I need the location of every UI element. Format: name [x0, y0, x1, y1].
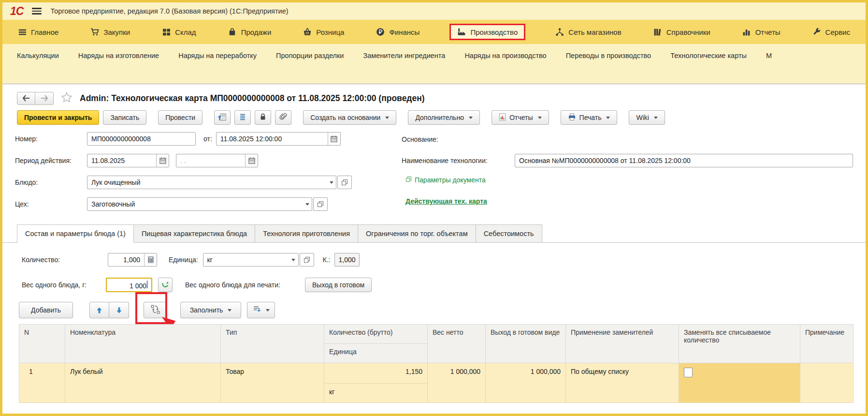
menu-item-label: Производство — [470, 28, 518, 36]
chevron-down-icon[interactable] — [325, 176, 336, 189]
create-on-basis-button[interactable]: Создать на основании — [303, 110, 396, 125]
menu-item-reports[interactable]: Отчеты — [740, 24, 782, 40]
submenu-item-tech-cards[interactable]: Технологические карты — [670, 52, 747, 59]
column-header-unit[interactable]: Единица — [324, 344, 428, 363]
post-and-close-button[interactable]: Провести и закрыть — [17, 110, 99, 125]
print-button[interactable]: Печать — [561, 110, 618, 125]
menu-item-references[interactable]: Справочники — [651, 24, 712, 40]
back-button[interactable] — [17, 92, 35, 105]
menu-item-main[interactable]: Главное — [16, 24, 60, 40]
chevron-down-icon[interactable] — [301, 198, 312, 210]
column-header-n[interactable]: N — [19, 325, 65, 363]
recalculate-button[interactable] — [158, 278, 173, 292]
cell-replace-all[interactable] — [679, 363, 800, 403]
submenu-item-production-orders[interactable]: Наряды на производство — [464, 52, 546, 59]
move-down-button[interactable] — [109, 302, 129, 318]
register-records-button[interactable] — [234, 110, 251, 125]
tab-cost-price[interactable]: Себестоимость — [476, 224, 542, 243]
cell-note[interactable] — [800, 363, 854, 403]
attachments-button[interactable] — [275, 110, 291, 125]
write-button[interactable]: Записать — [103, 110, 146, 125]
dish-weight-value: 1 000 — [107, 281, 151, 290]
date-field[interactable]: 11.08.2025 12:00:00 — [216, 132, 341, 146]
tab-cooking-technology[interactable]: Технология приготовления — [255, 224, 358, 243]
period-label: Период действия: — [15, 157, 87, 164]
cell-nomenclature[interactable]: Лук белый — [65, 363, 221, 403]
techname-field[interactable]: Основная №МП0000000000008 от 11.08.2025 … — [515, 154, 853, 167]
shop-combo[interactable]: Заготовочный — [87, 197, 312, 211]
move-up-button[interactable] — [89, 302, 109, 318]
fill-button[interactable]: Заполнить — [180, 302, 241, 318]
reports-button[interactable]: Отчеты — [492, 110, 549, 125]
lock-button[interactable] — [255, 110, 271, 125]
chevron-down-icon[interactable] — [288, 253, 298, 266]
cell-qty-gross[interactable]: 1,150 — [324, 363, 428, 384]
shop-open-icon[interactable] — [313, 197, 328, 211]
menu-item-purchases[interactable]: Закупки — [88, 24, 132, 40]
calculator-icon[interactable] — [144, 253, 157, 266]
menu-item-finance[interactable]: Финансы — [374, 24, 421, 40]
post-button[interactable]: Провести — [158, 110, 203, 125]
column-header-qty-gross[interactable]: Количество (брутто) — [324, 325, 428, 344]
add-row-button[interactable]: Добавить — [19, 302, 73, 318]
dish-weight-print-select[interactable]: Выход в готовом — [305, 278, 372, 292]
period-from-field[interactable]: 11.08.2025 — [87, 154, 169, 167]
column-header-replace-all[interactable]: Заменять все списываемое количество — [679, 325, 800, 363]
submenu-item-cutting-proportions[interactable]: Пропорции разделки — [276, 52, 344, 59]
submenu-item-truncated[interactable]: М — [766, 52, 772, 59]
cell-n[interactable]: 1 — [19, 363, 65, 403]
column-header-type[interactable]: Тип — [221, 325, 324, 363]
column-header-net-weight[interactable]: Вес нетто — [428, 325, 486, 363]
dish-weight-field[interactable]: 1 000 — [106, 278, 152, 292]
wiki-button[interactable]: Wiki — [629, 110, 665, 125]
tab-nutrition[interactable]: Пищевая характеристика блюда — [134, 224, 255, 243]
calendar-icon[interactable] — [156, 154, 169, 167]
cell-ready-output[interactable]: 1 000,000 — [486, 363, 566, 403]
document-params-link[interactable]: Параметры документа — [405, 176, 486, 184]
cell-type[interactable]: Товар — [221, 363, 324, 403]
menu-item-service[interactable]: Сервис — [810, 24, 852, 40]
dish-combo[interactable]: Лук очищенный — [87, 176, 336, 189]
factory-icon — [457, 28, 466, 36]
submenu-item-calculations[interactable]: Калькуляции — [17, 52, 59, 59]
submenu-item-production-transfers[interactable]: Переводы в производство — [566, 52, 651, 59]
submenu-item-processing-orders[interactable]: Наряды на переработку — [178, 52, 257, 59]
replace-all-checkbox[interactable] — [684, 368, 693, 377]
menu-item-store-network[interactable]: Сеть магазинов — [553, 24, 623, 40]
list-settings-button[interactable] — [247, 302, 275, 318]
hamburger-menu-icon[interactable] — [32, 6, 42, 16]
column-header-note[interactable]: Примечание — [800, 325, 854, 363]
period-to-field[interactable]: . . — [176, 154, 258, 167]
tab-trade-object-limits[interactable]: Ограничения по торг. объектам — [358, 224, 476, 243]
table-row[interactable]: 1 Лук белый Товар 1,150 1 000,000 1 000,… — [19, 363, 854, 384]
additional-button[interactable]: Дополнительно — [408, 110, 480, 125]
active-tech-card-link[interactable]: Действующая тех. карта — [405, 197, 487, 205]
cell-unit[interactable]: кг — [324, 384, 428, 403]
menu-item-production[interactable]: Производство — [449, 24, 525, 40]
favorites-star-icon[interactable] — [60, 91, 73, 105]
cell-substitution[interactable]: По общему списку — [566, 363, 679, 403]
menu-item-warehouse[interactable]: Склад — [160, 24, 198, 40]
unit-open-icon[interactable] — [300, 253, 314, 267]
quantity-field[interactable]: 1,000 — [108, 253, 157, 267]
menu-item-sales[interactable]: Продажи — [226, 24, 274, 40]
period-from-value: 11.08.2025 — [87, 157, 156, 164]
dish-open-icon[interactable] — [337, 176, 352, 189]
replace-swap-icon — [151, 305, 160, 315]
tab-composition[interactable]: Состав и параметры блюда (1) — [17, 224, 134, 243]
column-header-nomenclature[interactable]: Номенклатура — [65, 325, 221, 363]
button-label: Отчеты — [509, 114, 533, 121]
replace-nomenclature-button[interactable] — [144, 302, 167, 318]
submenu-item-manufacture-orders[interactable]: Наряды на изготовление — [78, 52, 159, 59]
column-header-ready-output[interactable]: Выход в готовом виде — [486, 325, 566, 363]
menu-item-retail[interactable]: Розница — [301, 24, 346, 40]
number-field[interactable]: МП0000000000008 — [87, 132, 196, 146]
post-register-button[interactable] — [214, 110, 231, 125]
cell-net-weight[interactable]: 1 000,000 — [428, 363, 486, 403]
submenu-item-ingredient-substitutes[interactable]: Заменители ингредиента — [363, 52, 445, 59]
calendar-icon[interactable] — [328, 133, 340, 145]
calendar-icon[interactable] — [245, 154, 258, 167]
forward-button[interactable] — [35, 92, 54, 105]
column-header-substitution[interactable]: Применение заменителей — [566, 325, 679, 363]
unit-combo[interactable]: кг — [203, 253, 299, 267]
